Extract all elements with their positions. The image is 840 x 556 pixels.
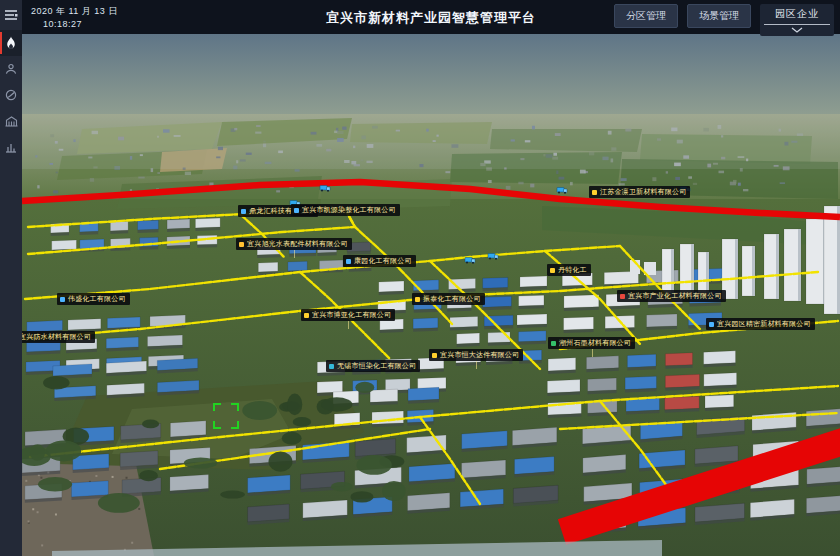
- company-marker-icon: [304, 313, 309, 318]
- company-name: 丹特化工: [558, 266, 587, 274]
- company-marker-icon: [329, 364, 334, 369]
- current-time: 10:18:27: [43, 19, 82, 29]
- company-marker-icon: [346, 259, 351, 264]
- company-name: 宜兴旭光水表配件材料有限公司: [247, 240, 348, 248]
- chart-icon: [5, 141, 17, 153]
- company-name: 无锡市恒染化工有限公司: [337, 362, 416, 370]
- sidebar-item-globe[interactable]: [0, 82, 22, 108]
- company-poi-label[interactable]: 振泰化工有限公司: [412, 293, 485, 305]
- company-name: 康园化工有限公司: [354, 257, 412, 265]
- company-name: 江苏金凛卫新材料有限公司: [600, 188, 686, 196]
- company-poi-label[interactable]: 宜兴旭光水表配件材料有限公司: [236, 238, 352, 250]
- dropdown-label: 园区企业: [760, 7, 834, 21]
- dropdown-divider: [764, 24, 830, 25]
- company-marker-icon: [550, 268, 555, 273]
- label-leader-line: [592, 349, 593, 357]
- company-name: 宜兴市博亚化工有限公司: [312, 311, 391, 319]
- sidebar-item-statistics[interactable]: [0, 134, 22, 160]
- company-poi-label[interactable]: 潮州石墨材料有限公司: [548, 337, 635, 349]
- zone-management-button[interactable]: 分区管理: [614, 4, 678, 28]
- company-marker-icon: [551, 341, 556, 346]
- company-poi-label[interactable]: 伟盛化工有限公司: [57, 293, 130, 305]
- factory-icon: [5, 115, 18, 127]
- menu-icon: [4, 9, 18, 21]
- chevron-down-icon: [791, 27, 803, 33]
- company-name: 潮州石墨材料有限公司: [559, 339, 631, 347]
- company-poi-label[interactable]: 宜兴市凯源染整化工有限公司: [291, 204, 400, 216]
- sidebar-item-user[interactable]: [0, 56, 22, 82]
- company-name: 宜兴市恒大达件有限公司: [440, 351, 519, 359]
- company-name: 宜兴防水材料有限公司: [22, 333, 91, 341]
- company-marker-icon: [709, 322, 714, 327]
- park-enterprise-dropdown[interactable]: 园区企业: [760, 4, 834, 36]
- company-name: 振泰化工有限公司: [423, 295, 481, 303]
- current-date: 2020 年 11 月 13 日: [31, 5, 118, 18]
- company-marker-icon: [294, 208, 299, 213]
- company-marker-icon: [432, 353, 437, 358]
- sidebar-item-factory[interactable]: [0, 108, 22, 134]
- sidebar-item-menu[interactable]: [0, 0, 22, 30]
- smart-park-platform-window: 2020 年 11 月 13 日 10:18:27 宜兴市新材料产业园智慧管理平…: [0, 0, 840, 556]
- company-name: 宜兴市产业化工材料有限公司: [628, 292, 722, 300]
- flame-icon: [5, 36, 17, 50]
- company-poi-label[interactable]: 宜兴市产业化工材料有限公司: [617, 290, 726, 302]
- company-marker-icon: [239, 242, 244, 247]
- company-poi-label[interactable]: 宜兴防水材料有限公司: [22, 331, 95, 343]
- company-poi-label[interactable]: 宜兴市恒大达件有限公司: [429, 349, 523, 361]
- top-header: 2020 年 11 月 13 日 10:18:27 宜兴市新材料产业园智慧管理平…: [22, 0, 840, 34]
- company-marker-icon: [60, 297, 65, 302]
- company-poi-label[interactable]: 康园化工有限公司: [343, 255, 416, 267]
- page-title: 宜兴市新材料产业园智慧管理平台: [326, 9, 536, 27]
- company-name: 宜兴园区精密新材料有限公司: [717, 320, 811, 328]
- user-icon: [5, 63, 17, 75]
- company-poi-label[interactable]: 丹特化工: [547, 264, 591, 276]
- company-marker-icon: [620, 294, 625, 299]
- sidebar-item-fire[interactable]: [0, 30, 22, 56]
- company-poi-label[interactable]: 宜兴市博亚化工有限公司: [301, 309, 395, 321]
- label-leader-line: [476, 361, 477, 369]
- map-3d-viewport[interactable]: 鼎龙汇科技有限公司宜兴市凯源染整化工有限公司宜兴旭光水表配件材料有限公司康园化工…: [22, 34, 840, 556]
- company-name: 伟盛化工有限公司: [68, 295, 126, 303]
- header-actions: 分区管理 场景管理 园区企业: [614, 4, 834, 36]
- label-leader-line: [348, 321, 349, 329]
- selection-bracket: [213, 403, 239, 429]
- globe-icon: [5, 89, 17, 101]
- company-marker-icon: [592, 190, 597, 195]
- left-toolbar: [0, 0, 22, 556]
- company-poi-label[interactable]: 江苏金凛卫新材料有限公司: [589, 186, 690, 198]
- company-poi-label[interactable]: 无锡市恒染化工有限公司: [326, 360, 420, 372]
- company-marker-icon: [415, 297, 420, 302]
- company-marker-icon: [241, 209, 246, 214]
- label-leader-line: [294, 250, 295, 258]
- company-poi-label[interactable]: 宜兴园区精密新材料有限公司: [706, 318, 815, 330]
- scene-management-button[interactable]: 场景管理: [687, 4, 751, 28]
- company-name: 宜兴市凯源染整化工有限公司: [302, 206, 396, 214]
